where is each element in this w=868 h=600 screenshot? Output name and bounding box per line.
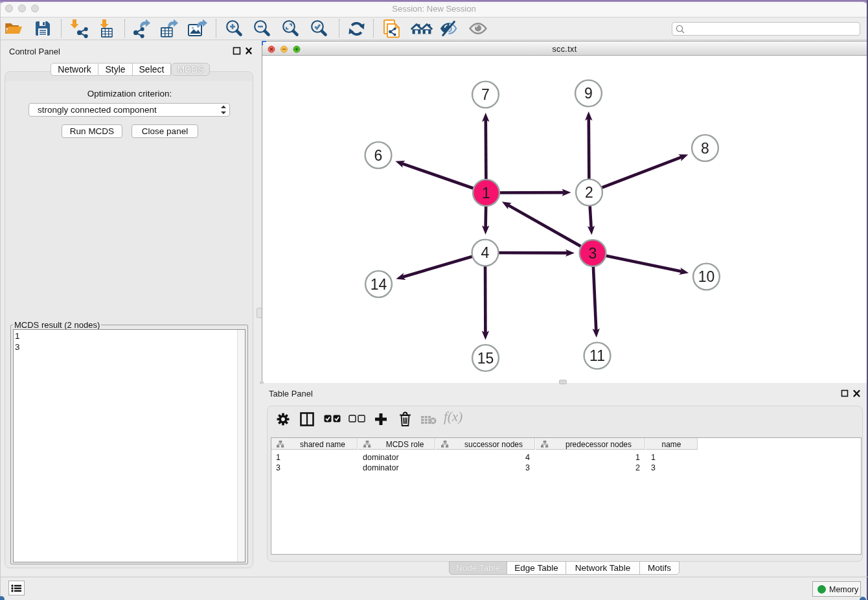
svg-text:9: 9 <box>584 85 593 102</box>
svg-text:10: 10 <box>698 268 715 285</box>
svg-text:3: 3 <box>589 245 597 262</box>
svg-text:11: 11 <box>589 347 605 364</box>
svg-text:8: 8 <box>701 140 709 157</box>
svg-text:2: 2 <box>585 184 593 201</box>
svg-text:14: 14 <box>371 276 387 293</box>
svg-text:4: 4 <box>481 244 490 261</box>
svg-text:15: 15 <box>477 350 494 367</box>
svg-text:6: 6 <box>374 147 383 164</box>
svg-text:1: 1 <box>482 185 490 202</box>
svg-text:7: 7 <box>481 86 490 103</box>
